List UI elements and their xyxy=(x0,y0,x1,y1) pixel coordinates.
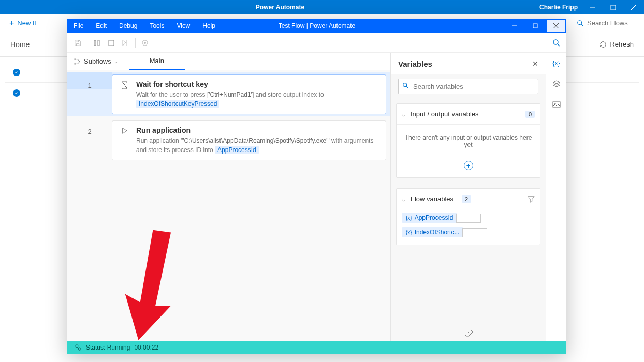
svg-point-15 xyxy=(144,42,146,44)
search-icon[interactable] xyxy=(577,20,584,27)
svg-rect-12 xyxy=(109,40,114,46)
variables-tab-icon[interactable]: {x} xyxy=(549,56,564,70)
flow-count-badge: 2 xyxy=(462,195,471,203)
step-description: Run application '"C:\Users\allst\AppData… xyxy=(136,136,378,155)
breadcrumb[interactable]: Home xyxy=(10,40,30,49)
close-panel-button[interactable]: ✕ xyxy=(532,59,538,68)
user-name[interactable]: Charlie Fripp xyxy=(539,4,578,11)
menu-debug[interactable]: Debug xyxy=(113,19,143,33)
flow-editor-window: File Edit Debug Tools View Help Test Flo… xyxy=(67,19,566,354)
subflows-dropdown[interactable]: Subflows ⌵ xyxy=(67,53,124,70)
modal-title: Test Flow | Power Automate xyxy=(279,22,356,29)
save-icon[interactable] xyxy=(70,36,85,50)
variable-token[interactable]: AppProcessId xyxy=(215,146,259,154)
svg-point-4 xyxy=(578,20,582,24)
step-title: Run application xyxy=(136,126,378,134)
variable-chip[interactable]: {x}IndexOfShortc... xyxy=(402,227,463,237)
svg-rect-11 xyxy=(98,40,99,46)
step-number: 2 xyxy=(67,118,112,135)
stop-icon[interactable] xyxy=(104,36,119,50)
variable-token[interactable]: IndexOfShortcutKeyPressed xyxy=(136,100,219,108)
pause-icon[interactable] xyxy=(90,36,104,50)
modal-minimize-button[interactable] xyxy=(505,20,524,32)
svg-rect-10 xyxy=(94,40,96,46)
images-tab-icon[interactable] xyxy=(549,97,564,112)
eraser-icon[interactable] xyxy=(391,325,546,341)
menu-view[interactable]: View xyxy=(170,19,196,33)
maximize-button[interactable] xyxy=(603,0,623,14)
subflows-icon xyxy=(74,58,81,65)
variable-value-box[interactable] xyxy=(456,214,481,223)
filter-icon[interactable] xyxy=(528,195,535,203)
step-number: 1 xyxy=(67,72,112,89)
svg-point-25 xyxy=(76,345,78,348)
svg-point-26 xyxy=(78,348,81,350)
modal-close-button[interactable] xyxy=(547,20,565,32)
svg-point-21 xyxy=(403,83,407,87)
status-label: Status: Running xyxy=(86,344,130,351)
svg-point-16 xyxy=(553,40,558,44)
svg-line-17 xyxy=(558,44,560,46)
variable-chip[interactable]: {x}AppProcessId xyxy=(402,213,457,223)
flow-variables-section-header[interactable]: ⌵ Flow variables 2 xyxy=(397,189,540,209)
add-variable-button[interactable]: + xyxy=(464,161,473,170)
svg-line-22 xyxy=(406,86,408,88)
io-variables-section-header[interactable]: ⌵ Input / output variables 0 xyxy=(397,104,540,125)
main-window-title: Power Automate xyxy=(21,4,539,11)
layers-tab-icon[interactable] xyxy=(549,77,564,91)
gears-icon xyxy=(75,344,82,351)
svg-point-20 xyxy=(79,61,80,62)
hourglass-icon xyxy=(120,80,130,109)
menu-help[interactable]: Help xyxy=(196,19,222,33)
close-button[interactable] xyxy=(623,0,644,14)
new-flow-button[interactable]: + New fl xyxy=(9,19,36,28)
record-icon[interactable] xyxy=(138,36,152,50)
play-icon xyxy=(120,126,130,155)
step-icon[interactable] xyxy=(119,36,133,50)
variables-panel-title: Variables xyxy=(398,59,532,68)
minimize-button[interactable] xyxy=(582,0,603,14)
svg-line-5 xyxy=(581,24,583,26)
status-bar: Status: Running 00:00:22 xyxy=(67,341,566,354)
refresh-button[interactable]: Refresh xyxy=(599,40,634,48)
check-icon: ✓ xyxy=(13,69,20,76)
io-empty-message: There aren't any input or output variabl… xyxy=(397,125,540,158)
step-row-1[interactable]: 1 Wait for shortcut key Wait for the use… xyxy=(67,72,390,116)
chevron-down-icon: ⌵ xyxy=(402,111,405,118)
plus-icon: + xyxy=(9,19,14,28)
refresh-icon xyxy=(599,41,607,48)
search-icon xyxy=(402,82,409,89)
menu-file[interactable]: File xyxy=(67,19,90,33)
chevron-down-icon: ⌵ xyxy=(402,195,405,203)
menu-edit[interactable]: Edit xyxy=(90,19,113,33)
chevron-down-icon: ⌵ xyxy=(114,58,118,64)
step-row-2[interactable]: 2 Run application Run application '"C:\U… xyxy=(67,118,390,162)
menu-tools[interactable]: Tools xyxy=(143,19,170,33)
check-icon: ✓ xyxy=(13,89,20,97)
modal-maximize-button[interactable] xyxy=(526,20,545,32)
search-flows-input[interactable] xyxy=(587,19,639,27)
variable-value-box[interactable] xyxy=(462,228,487,237)
step-title: Wait for shortcut key xyxy=(136,80,378,88)
io-count-badge: 0 xyxy=(525,111,535,118)
search-variables-input[interactable] xyxy=(398,79,538,94)
svg-rect-7 xyxy=(533,24,537,28)
svg-rect-1 xyxy=(611,5,616,10)
search-actions-button[interactable] xyxy=(547,33,566,53)
step-description: Wait for the user to press ['Ctrl+NumPad… xyxy=(136,90,378,109)
status-time: 00:00:22 xyxy=(134,344,158,351)
tab-main[interactable]: Main xyxy=(129,53,185,70)
